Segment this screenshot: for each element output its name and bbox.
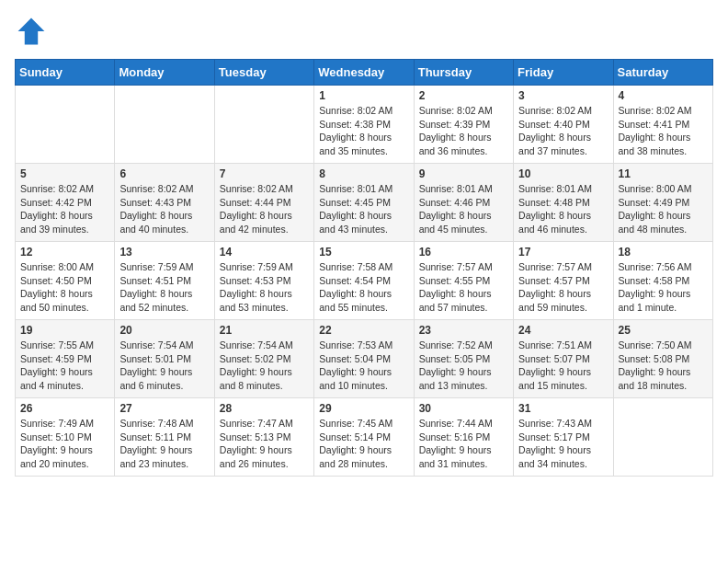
- calendar-day-13: 13Sunrise: 7:59 AM Sunset: 4:51 PM Dayli…: [115, 242, 214, 320]
- day-number: 29: [319, 402, 408, 415]
- calendar-day-3: 3Sunrise: 8:02 AM Sunset: 4:40 PM Daylig…: [514, 86, 613, 164]
- calendar-day-1: 1Sunrise: 8:02 AM Sunset: 4:38 PM Daylig…: [314, 86, 414, 164]
- calendar-day-9: 9Sunrise: 8:01 AM Sunset: 4:46 PM Daylig…: [414, 164, 513, 242]
- day-info: Sunrise: 7:57 AM Sunset: 4:55 PM Dayligh…: [419, 260, 508, 315]
- page-header: [15, 15, 713, 48]
- day-number: 21: [220, 324, 309, 337]
- calendar-week-row: 1Sunrise: 8:02 AM Sunset: 4:38 PM Daylig…: [16, 86, 713, 164]
- logo: [15, 15, 51, 48]
- day-number: 10: [518, 167, 608, 180]
- day-info: Sunrise: 7:48 AM Sunset: 5:11 PM Dayligh…: [119, 417, 209, 471]
- day-number: 28: [220, 402, 309, 415]
- calendar-day-16: 16Sunrise: 7:57 AM Sunset: 4:55 PM Dayli…: [414, 242, 513, 320]
- day-header-tuesday: Tuesday: [214, 60, 313, 86]
- day-number: 26: [20, 402, 109, 415]
- calendar-day-4: 4Sunrise: 8:02 AM Sunset: 4:41 PM Daylig…: [613, 86, 712, 164]
- day-header-thursday: Thursday: [414, 60, 513, 86]
- calendar-day-19: 19Sunrise: 7:55 AM Sunset: 4:59 PM Dayli…: [16, 320, 115, 398]
- day-info: Sunrise: 7:50 AM Sunset: 5:08 PM Dayligh…: [619, 339, 708, 393]
- calendar-day-26: 26Sunrise: 7:49 AM Sunset: 5:10 PM Dayli…: [16, 398, 115, 477]
- day-header-saturday: Saturday: [613, 60, 712, 86]
- calendar-day-23: 23Sunrise: 7:52 AM Sunset: 5:05 PM Dayli…: [414, 320, 513, 398]
- day-number: 6: [119, 167, 209, 180]
- day-header-friday: Friday: [514, 60, 613, 86]
- calendar-empty-cell: [115, 86, 214, 164]
- day-info: Sunrise: 8:02 AM Sunset: 4:40 PM Dayligh…: [518, 104, 608, 158]
- day-number: 7: [220, 167, 309, 180]
- day-info: Sunrise: 7:56 AM Sunset: 4:58 PM Dayligh…: [619, 260, 708, 315]
- day-number: 16: [419, 246, 508, 259]
- day-info: Sunrise: 8:02 AM Sunset: 4:38 PM Dayligh…: [319, 104, 408, 158]
- calendar-day-14: 14Sunrise: 7:59 AM Sunset: 4:53 PM Dayli…: [214, 242, 313, 320]
- calendar-day-21: 21Sunrise: 7:54 AM Sunset: 5:02 PM Dayli…: [214, 320, 313, 398]
- calendar-day-10: 10Sunrise: 8:01 AM Sunset: 4:48 PM Dayli…: [514, 164, 613, 242]
- day-number: 25: [619, 324, 708, 337]
- calendar-day-12: 12Sunrise: 8:00 AM Sunset: 4:50 PM Dayli…: [16, 242, 115, 320]
- day-number: 17: [518, 246, 608, 259]
- day-info: Sunrise: 8:01 AM Sunset: 4:46 PM Dayligh…: [419, 182, 508, 236]
- calendar-week-row: 19Sunrise: 7:55 AM Sunset: 4:59 PM Dayli…: [16, 320, 713, 398]
- day-number: 31: [518, 402, 608, 415]
- day-info: Sunrise: 8:00 AM Sunset: 4:49 PM Dayligh…: [619, 182, 708, 236]
- calendar-day-27: 27Sunrise: 7:48 AM Sunset: 5:11 PM Dayli…: [115, 398, 214, 477]
- calendar-day-2: 2Sunrise: 8:02 AM Sunset: 4:39 PM Daylig…: [414, 86, 513, 164]
- day-number: 22: [319, 324, 408, 337]
- calendar-header-row: SundayMondayTuesdayWednesdayThursdayFrid…: [16, 60, 713, 86]
- day-number: 14: [220, 246, 309, 259]
- day-info: Sunrise: 7:54 AM Sunset: 5:01 PM Dayligh…: [119, 339, 209, 393]
- calendar-empty-cell: [16, 86, 115, 164]
- calendar-day-31: 31Sunrise: 7:43 AM Sunset: 5:17 PM Dayli…: [514, 398, 613, 477]
- calendar-day-6: 6Sunrise: 8:02 AM Sunset: 4:43 PM Daylig…: [115, 164, 214, 242]
- day-number: 13: [119, 246, 209, 259]
- day-number: 18: [619, 246, 708, 259]
- day-number: 4: [619, 89, 708, 102]
- day-info: Sunrise: 7:58 AM Sunset: 4:54 PM Dayligh…: [319, 260, 408, 315]
- day-number: 9: [419, 167, 508, 180]
- day-info: Sunrise: 7:45 AM Sunset: 5:14 PM Dayligh…: [319, 417, 408, 471]
- calendar-week-row: 5Sunrise: 8:02 AM Sunset: 4:42 PM Daylig…: [16, 164, 713, 242]
- day-info: Sunrise: 8:02 AM Sunset: 4:41 PM Dayligh…: [619, 104, 708, 158]
- calendar-empty-cell: [214, 86, 313, 164]
- day-info: Sunrise: 8:02 AM Sunset: 4:44 PM Dayligh…: [220, 182, 309, 236]
- calendar-day-11: 11Sunrise: 8:00 AM Sunset: 4:49 PM Dayli…: [613, 164, 712, 242]
- calendar-week-row: 26Sunrise: 7:49 AM Sunset: 5:10 PM Dayli…: [16, 398, 713, 477]
- day-info: Sunrise: 7:55 AM Sunset: 4:59 PM Dayligh…: [20, 339, 109, 393]
- calendar-day-30: 30Sunrise: 7:44 AM Sunset: 5:16 PM Dayli…: [414, 398, 513, 477]
- day-number: 15: [319, 246, 408, 259]
- svg-marker-0: [18, 18, 45, 45]
- calendar-day-28: 28Sunrise: 7:47 AM Sunset: 5:13 PM Dayli…: [214, 398, 313, 477]
- calendar-day-20: 20Sunrise: 7:54 AM Sunset: 5:01 PM Dayli…: [115, 320, 214, 398]
- day-info: Sunrise: 7:59 AM Sunset: 4:53 PM Dayligh…: [220, 260, 309, 315]
- calendar-week-row: 12Sunrise: 8:00 AM Sunset: 4:50 PM Dayli…: [16, 242, 713, 320]
- calendar-day-18: 18Sunrise: 7:56 AM Sunset: 4:58 PM Dayli…: [613, 242, 712, 320]
- day-info: Sunrise: 7:54 AM Sunset: 5:02 PM Dayligh…: [220, 339, 309, 393]
- day-number: 1: [319, 89, 408, 102]
- day-number: 20: [119, 324, 209, 337]
- day-info: Sunrise: 7:49 AM Sunset: 5:10 PM Dayligh…: [20, 417, 109, 471]
- day-info: Sunrise: 7:53 AM Sunset: 5:04 PM Dayligh…: [319, 339, 408, 393]
- calendar-day-29: 29Sunrise: 7:45 AM Sunset: 5:14 PM Dayli…: [314, 398, 414, 477]
- logo-icon: [15, 15, 48, 48]
- calendar-day-17: 17Sunrise: 7:57 AM Sunset: 4:57 PM Dayli…: [514, 242, 613, 320]
- calendar-empty-cell: [613, 398, 712, 477]
- day-number: 2: [419, 89, 508, 102]
- day-info: Sunrise: 7:57 AM Sunset: 4:57 PM Dayligh…: [518, 260, 608, 315]
- day-info: Sunrise: 8:02 AM Sunset: 4:39 PM Dayligh…: [419, 104, 508, 158]
- day-number: 3: [518, 89, 608, 102]
- day-info: Sunrise: 8:02 AM Sunset: 4:43 PM Dayligh…: [119, 182, 209, 236]
- day-info: Sunrise: 8:01 AM Sunset: 4:45 PM Dayligh…: [319, 182, 408, 236]
- calendar-day-7: 7Sunrise: 8:02 AM Sunset: 4:44 PM Daylig…: [214, 164, 313, 242]
- calendar-day-24: 24Sunrise: 7:51 AM Sunset: 5:07 PM Dayli…: [514, 320, 613, 398]
- day-number: 23: [419, 324, 508, 337]
- calendar-day-25: 25Sunrise: 7:50 AM Sunset: 5:08 PM Dayli…: [613, 320, 712, 398]
- day-info: Sunrise: 8:00 AM Sunset: 4:50 PM Dayligh…: [20, 260, 109, 315]
- day-number: 8: [319, 167, 408, 180]
- day-number: 19: [20, 324, 109, 337]
- day-info: Sunrise: 8:02 AM Sunset: 4:42 PM Dayligh…: [20, 182, 109, 236]
- day-header-wednesday: Wednesday: [314, 60, 414, 86]
- day-info: Sunrise: 7:47 AM Sunset: 5:13 PM Dayligh…: [220, 417, 309, 471]
- calendar-day-15: 15Sunrise: 7:58 AM Sunset: 4:54 PM Dayli…: [314, 242, 414, 320]
- day-number: 11: [619, 167, 708, 180]
- calendar-day-22: 22Sunrise: 7:53 AM Sunset: 5:04 PM Dayli…: [314, 320, 414, 398]
- day-info: Sunrise: 7:44 AM Sunset: 5:16 PM Dayligh…: [419, 417, 508, 471]
